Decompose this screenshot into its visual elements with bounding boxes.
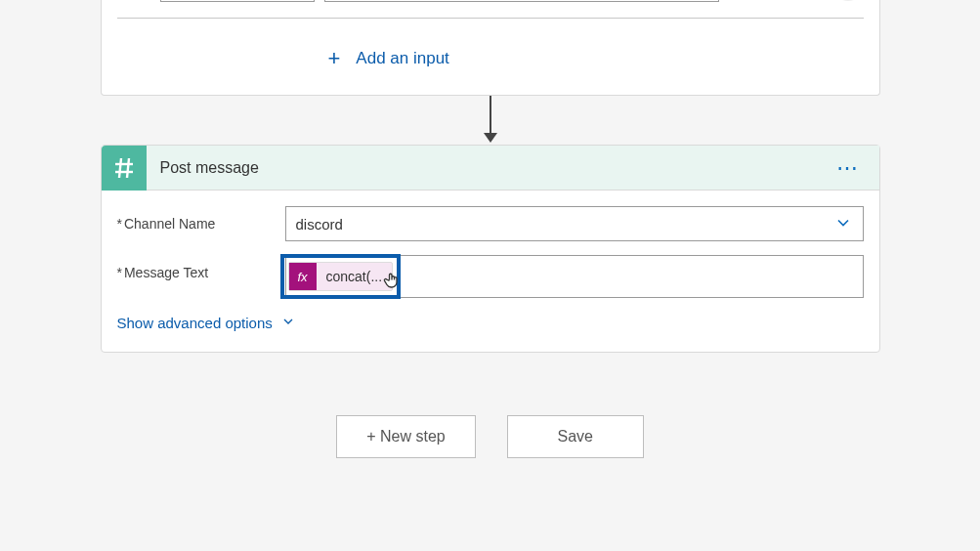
trigger-input-row: AA Inputs Please enter your email ⋯ [117, 0, 864, 14]
add-input-label: Add an input [356, 49, 448, 68]
trigger-card: AA Inputs Please enter your email ⋯ + Ad… [101, 0, 880, 96]
divider [117, 18, 864, 19]
fx-icon: fx [289, 263, 317, 290]
input-name-field[interactable]: Inputs [160, 0, 315, 2]
channel-name-select[interactable]: discord [285, 206, 864, 241]
input-description-field[interactable]: Please enter your email [324, 0, 719, 2]
channel-name-value: discord [296, 216, 343, 233]
slack-hash-icon [102, 146, 147, 191]
channel-name-row: *Channel Name discord [117, 206, 864, 241]
svg-line-3 [127, 158, 129, 178]
footer-actions: + New step Save [0, 415, 980, 458]
add-input-button[interactable]: + Add an input [117, 22, 864, 95]
channel-name-label: *Channel Name [117, 216, 285, 232]
svg-line-2 [119, 158, 121, 178]
input-more-icon[interactable]: ⋯ [832, 0, 864, 1]
message-text-input[interactable]: fx concat(... [285, 255, 864, 298]
chevron-down-icon [280, 314, 296, 332]
highlight-frame: fx concat(... [280, 254, 402, 299]
action-header[interactable]: Post message ⋯ [102, 146, 879, 191]
action-card: Post message ⋯ *Channel Name discord [101, 145, 880, 353]
message-text-label: *Message Text [117, 255, 285, 280]
cursor-hand-icon [382, 271, 402, 298]
message-text-row: *Message Text fx concat(... [117, 255, 864, 298]
connector-arrow [484, 96, 497, 145]
new-step-button[interactable]: + New step [336, 415, 475, 458]
save-button[interactable]: Save [507, 415, 644, 458]
action-more-icon[interactable]: ⋯ [829, 155, 868, 181]
show-advanced-options[interactable]: Show advanced options [117, 314, 864, 332]
advanced-options-label: Show advanced options [117, 315, 273, 331]
chevron-down-icon [833, 213, 853, 235]
expression-text: concat(... [317, 269, 393, 284]
plus-icon: + [328, 46, 341, 71]
expression-token[interactable]: fx concat(... [288, 262, 394, 291]
action-title: Post message [160, 159, 259, 177]
